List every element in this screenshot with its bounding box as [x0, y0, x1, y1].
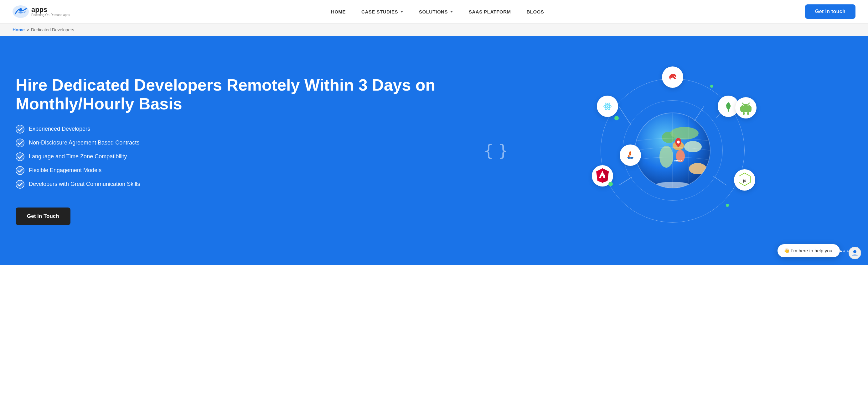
nav-links: HOME CASE STUDIES SOLUTIONS SAAS PLATFOR… — [331, 9, 544, 14]
nav-item-home[interactable]: HOME — [331, 9, 346, 14]
feature-item-4: Flexible Engagement Models — [16, 166, 465, 175]
chat-avatar[interactable] — [848, 247, 861, 259]
breadcrumb: Home > Dedicated Developers — [0, 24, 868, 36]
check-icon — [16, 180, 24, 189]
tech-swift-icon — [662, 66, 683, 88]
svg-point-2 — [16, 125, 24, 133]
globe-container: INDIA — [591, 63, 754, 238]
svg-point-6 — [16, 180, 24, 188]
navbar: apps Powering On-Demand apps HOME CASE S… — [0, 0, 868, 24]
svg-point-15 — [689, 163, 706, 174]
tech-nodejs-icon: js — [734, 169, 755, 191]
hero-section: Hire Dedicated Developers Remotely Withi… — [0, 36, 868, 265]
svg-point-10 — [671, 127, 699, 140]
nav-dot-1[interactable] — [840, 251, 842, 252]
nav-item-solutions[interactable]: SOLUTIONS — [419, 9, 453, 14]
chat-widget-message: 👋 I'm here to help you. — [784, 248, 834, 254]
svg-text:js: js — [743, 178, 746, 183]
hero-features-list: Experienced Developers Non-Disclosure Ag… — [16, 125, 465, 194]
feature-item-5: Developers with Great Communication Skil… — [16, 180, 465, 189]
check-icon — [16, 125, 24, 134]
svg-point-21 — [677, 140, 680, 144]
decoration-dot-3 — [710, 85, 713, 88]
decoration-dot-4 — [726, 204, 729, 207]
hero-globe-area: { } — [477, 36, 868, 265]
hero-cta-button[interactable]: Get in Touch — [16, 207, 70, 225]
svg-point-3 — [16, 139, 24, 147]
check-icon — [16, 152, 24, 161]
svg-point-14 — [684, 141, 702, 152]
feature-item-2: Non-Disclosure Agreement Based Contracts — [16, 139, 465, 147]
nav-cta-button[interactable]: Get in touch — [805, 4, 856, 19]
curly-bracket-icon: { } — [484, 142, 506, 158]
globe-graphic: INDIA — [632, 110, 713, 191]
tech-react-icon — [597, 96, 618, 117]
nav-item-saas-platform[interactable]: SAAS PLATFORM — [469, 9, 511, 14]
check-icon — [16, 139, 24, 147]
svg-rect-45 — [600, 175, 605, 176]
logo-icon — [12, 5, 29, 18]
logo[interactable]: apps Powering On-Demand apps — [12, 5, 70, 18]
hero-title: Hire Dedicated Developers Remotely Withi… — [16, 76, 465, 114]
svg-point-5 — [16, 167, 24, 175]
nav-item-blogs[interactable]: BLOGS — [527, 9, 544, 14]
nav-link-solutions[interactable]: SOLUTIONS — [419, 9, 453, 14]
nav-dot-2[interactable] — [843, 251, 845, 252]
nav-link-case-studies[interactable]: CASE STUDIES — [361, 9, 403, 14]
check-icon — [16, 166, 24, 175]
chevron-down-icon — [400, 11, 403, 12]
nav-link-blogs[interactable]: BLOGS — [527, 9, 544, 14]
breadcrumb-separator: > — [27, 27, 29, 32]
breadcrumb-current-page: Dedicated Developers — [31, 27, 74, 32]
nav-link-saas-platform[interactable]: SAAS PLATFORM — [469, 9, 511, 14]
svg-point-56 — [853, 250, 857, 253]
tech-android-icon — [735, 97, 756, 118]
logo-tagline: Powering On-Demand apps — [31, 13, 70, 17]
svg-rect-39 — [743, 112, 745, 115]
nav-link-home[interactable]: HOME — [331, 9, 346, 14]
feature-item-3: Language and Time Zone Compatibility — [16, 152, 465, 161]
svg-rect-40 — [747, 112, 749, 115]
svg-point-1 — [19, 8, 22, 11]
nav-item-case-studies[interactable]: CASE STUDIES — [361, 9, 403, 14]
feature-item-1: Experienced Developers — [16, 125, 465, 134]
logo-brand-name: apps — [31, 6, 70, 13]
svg-point-28 — [607, 106, 609, 107]
svg-point-13 — [659, 146, 673, 168]
logo-text: apps Powering On-Demand apps — [31, 6, 70, 17]
hero-content: Hire Dedicated Developers Remotely Withi… — [0, 36, 477, 265]
chevron-down-icon — [450, 11, 453, 12]
svg-text:INDIA: INDIA — [674, 159, 683, 162]
breadcrumb-home-link[interactable]: Home — [12, 27, 25, 32]
tech-java-icon — [620, 145, 641, 166]
svg-point-4 — [16, 153, 24, 161]
chat-widget[interactable]: 👋 I'm here to help you. — [777, 244, 840, 257]
